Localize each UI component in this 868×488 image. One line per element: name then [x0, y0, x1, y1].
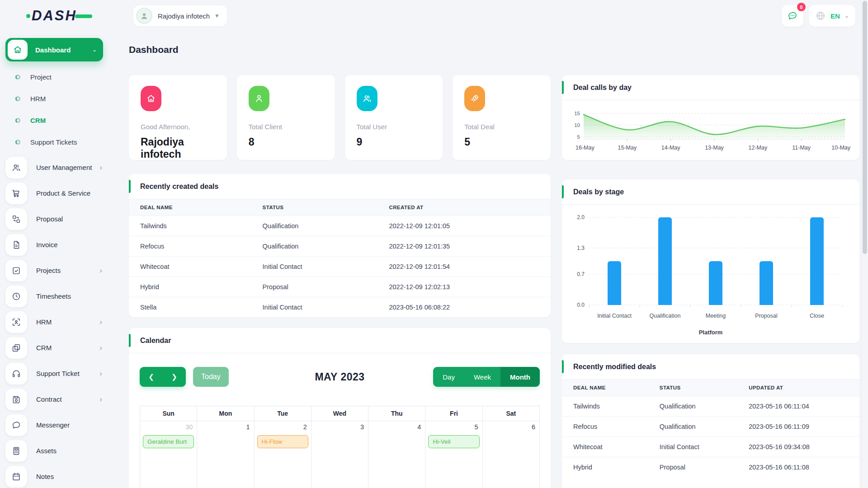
day-number: 4	[368, 421, 425, 433]
table-body: TailwindsQualification2022-12-09 12:01:0…	[129, 216, 551, 318]
table-cell: Qualification	[648, 417, 737, 437]
table-row[interactable]: HybridProposal2022-12-09 12:02:13	[129, 277, 551, 297]
calendar-view-month[interactable]: Month	[500, 367, 540, 387]
company-selector[interactable]: Rajodiya infotech ▼	[133, 5, 227, 26]
table-cell: Refocus	[129, 236, 251, 257]
deals-by-stage-card: Deals by stage 0.00.71.32.0Initial Conta…	[562, 179, 859, 343]
sidebar-item-notes[interactable]: Notes	[5, 464, 103, 488]
table-row[interactable]: WhitecoatInitial Contact2022-12-09 12:01…	[129, 257, 551, 277]
stat-label: Total Deal	[464, 123, 539, 131]
sidebar-item-support-ticket[interactable]: Support Ticket›	[5, 361, 103, 386]
table-row[interactable]: StellaInitial Contact2023-05-16 06:08:22	[129, 297, 551, 318]
svg-text:12-May: 12-May	[748, 145, 767, 151]
calendar-event[interactable]: Geraldine Burt	[143, 435, 194, 448]
calendar-grid: SunMonTueWedThuFriSat 30Geraldine Burt12…	[140, 406, 540, 488]
table-header: DEAL NAMESTATUSCREATED AT	[129, 199, 551, 216]
recently-modified-deals-card: Recently modified deals DEAL NAMESTATUSU…	[562, 354, 859, 488]
sidebar-item-user-management[interactable]: User Management›	[5, 155, 103, 180]
sidebar-item-contract[interactable]: Contract›	[5, 386, 103, 412]
sidebar-item-dashboard[interactable]: Dashboard ⌄	[5, 38, 103, 61]
users-icon	[362, 94, 372, 103]
sidebar-item-messenger[interactable]: Messenger	[5, 412, 103, 438]
stat-card-total-deal: Total Deal5	[453, 75, 551, 160]
calendar-day-cell[interactable]: 2Hi-Flow	[255, 421, 311, 488]
table-row[interactable]: RefocusQualification2023-05-16 06:11:09	[562, 417, 859, 437]
sidebar-item-label: Timesheets	[36, 292, 71, 300]
sidebar-sub-items: ProjectHRMCRMSupport Tickets	[5, 61, 103, 155]
sidebar-subitem-support-tickets[interactable]: Support Tickets	[5, 131, 103, 153]
table-row[interactable]: RefocusQualification2022-12-09 12:01:35	[129, 236, 551, 257]
sidebar-item-label: Dashboard	[35, 46, 71, 54]
section-title: Recently modified deals	[573, 363, 656, 371]
table-row[interactable]: HybridProposal2023-05-16 06:11:08	[562, 457, 859, 478]
table-row[interactable]: TailwindsQualification2022-12-09 12:01:0…	[129, 216, 551, 236]
svg-text:5: 5	[577, 134, 580, 140]
stat-value: Rajodiya infotech	[141, 136, 215, 160]
home-icon	[146, 94, 156, 103]
table-row[interactable]: WhitecoatInitial Contact2023-05-16 09:34…	[562, 437, 859, 457]
calendar-day-name: Fri	[425, 406, 482, 421]
language-selector[interactable]: EN ⌄	[809, 5, 855, 27]
home-icon	[8, 40, 28, 60]
calendar-day-cell[interactable]: 5Hi-Veil	[425, 421, 482, 488]
chevron-right-icon: ›	[99, 395, 102, 403]
sidebar-subitem-project[interactable]: Project	[5, 66, 103, 88]
svg-text:Initial Contact: Initial Contact	[597, 313, 632, 319]
floppy-icon	[11, 394, 21, 404]
chevron-down-icon: ▼	[214, 13, 220, 19]
calendar-event[interactable]: Hi-Veil	[428, 435, 479, 448]
calendar-view-week[interactable]: Week	[464, 367, 500, 387]
chevron-down-icon: ⌄	[844, 13, 849, 19]
day-number: 1	[197, 421, 254, 433]
stat-card-total-client: Total Client8	[237, 75, 335, 160]
calendar-day-cell[interactable]: 6	[483, 421, 539, 488]
sidebar-item-hrm[interactable]: HRM›	[5, 309, 103, 335]
stat-value: 8	[249, 136, 323, 148]
day-number: 3	[311, 421, 368, 433]
calendar-day-name: Wed	[311, 406, 368, 421]
sidebar-item-invoice[interactable]: Invoice	[5, 232, 103, 258]
stat-label: Total Client	[249, 123, 323, 131]
calendar-day-cell[interactable]: 3	[311, 421, 368, 488]
recently-created-deals-card: Recently created deals DEAL NAMESTATUSCR…	[129, 174, 551, 317]
svg-text:Close: Close	[810, 313, 824, 319]
svg-text:Meeting: Meeting	[706, 313, 726, 319]
sidebar-item-projects[interactable]: Projects›	[5, 258, 103, 283]
svg-text:0.7: 0.7	[577, 271, 585, 277]
sidebar-item-proposal[interactable]: Proposal	[5, 206, 103, 232]
calendar-day-cell[interactable]: 30Geraldine Burt	[140, 421, 197, 488]
deal-calls-chart: 5101516-May15-May14-May13-May12-May11-Ma…	[568, 105, 851, 155]
calendar-day-cell[interactable]: 1	[197, 421, 254, 488]
table-row[interactable]: TailwindsQualification2023-05-16 06:11:0…	[562, 396, 859, 417]
calendar-event[interactable]: Hi-Flow	[257, 435, 308, 448]
sidebar-item-crm[interactable]: CRM›	[5, 335, 103, 361]
stat-value: 5	[464, 136, 539, 148]
file-icon	[11, 240, 21, 250]
sidebar-item-timesheets[interactable]: Timesheets	[5, 283, 103, 309]
notepad-icon	[11, 472, 21, 482]
sidebar-subitem-label: Project	[30, 73, 52, 81]
svg-text:13-May: 13-May	[705, 145, 724, 151]
column-header: DEAL NAME	[129, 199, 251, 216]
table-cell: 2022-12-09 12:01:35	[377, 236, 551, 257]
table-cell: Refocus	[562, 417, 648, 437]
messages-button[interactable]: 0	[782, 5, 803, 27]
sidebar-item-product-service[interactable]: Product & Service	[5, 180, 103, 206]
user-icon	[254, 94, 264, 103]
cart-icon	[11, 188, 21, 198]
calendar-day-cell[interactable]: 4	[368, 421, 425, 488]
sidebar-item-label: Assets	[36, 447, 57, 455]
recently-modified-deals-table: DEAL NAMESTATUSUPDATED AT TailwindsQuali…	[562, 380, 859, 477]
table-cell: 2023-05-16 06:11:08	[737, 457, 859, 478]
logo-text: DASH	[32, 8, 77, 24]
calendar-view-day[interactable]: Day	[433, 367, 464, 387]
page-scrollbar[interactable]	[861, 0, 868, 488]
scrollbar-thumb[interactable]	[863, 1, 867, 254]
sidebar-subitem-hrm[interactable]: HRM	[5, 88, 103, 109]
table-body: TailwindsQualification2023-05-16 06:11:0…	[562, 396, 859, 478]
main-content: Dashboard Good Afternoon,Rajodiya infote…	[108, 32, 861, 488]
sidebar-subitem-crm[interactable]: CRM	[5, 109, 103, 131]
sidebar-item-assets[interactable]: Assets	[5, 438, 103, 464]
stat-label: Total User	[357, 123, 431, 131]
table-cell: Qualification	[648, 396, 737, 417]
